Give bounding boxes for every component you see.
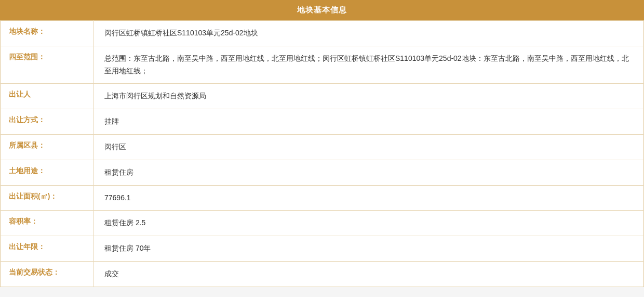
row-label: 出让人 <box>1 84 94 109</box>
table-row: 出让面积(㎡)：77696.1 <box>1 185 644 211</box>
table-row: 四至范围：总范围：东至古北路，南至吴中路，西至用地红线，北至用地红线；闵行区虹桥… <box>1 46 644 84</box>
row-label: 当前交易状态： <box>1 261 94 287</box>
row-value: 租赁住房 <box>94 160 644 185</box>
row-label: 土地用途： <box>1 160 94 185</box>
table-row: 出让方式：挂牌 <box>1 109 644 135</box>
table-header: 地块基本信息 <box>0 0 644 20</box>
table-row: 地块名称：闵行区虹桥镇虹桥社区S110103单元25d-02地块 <box>1 21 644 46</box>
row-label: 出让面积(㎡)： <box>1 185 94 211</box>
row-value: 闵行区 <box>94 134 644 160</box>
table-row: 所属区县：闵行区 <box>1 134 644 160</box>
row-value: 闵行区虹桥镇虹桥社区S110103单元25d-02地块 <box>94 21 644 46</box>
main-container: 地块基本信息 地块名称：闵行区虹桥镇虹桥社区S110103单元25d-02地块四… <box>0 0 644 287</box>
table-row: 出让年限：租赁住房 70年 <box>1 236 644 262</box>
row-value: 成交 <box>94 261 644 287</box>
row-label: 出让年限： <box>1 236 94 262</box>
row-label: 四至范围： <box>1 46 94 84</box>
header-title: 地块基本信息 <box>297 5 347 14</box>
row-label: 地块名称： <box>1 21 94 46</box>
info-table: 地块名称：闵行区虹桥镇虹桥社区S110103单元25d-02地块四至范围：总范围… <box>0 20 644 287</box>
table-row: 容积率：租赁住房 2.5 <box>1 211 644 236</box>
row-value: 租赁住房 70年 <box>94 236 644 262</box>
row-value: 挂牌 <box>94 109 644 135</box>
table-row: 当前交易状态：成交 <box>1 261 644 287</box>
row-value: 总范围：东至古北路，南至吴中路，西至用地红线，北至用地红线；闵行区虹桥镇虹桥社区… <box>94 46 644 84</box>
row-value: 77696.1 <box>94 185 644 211</box>
table-row: 出让人上海市闵行区规划和自然资源局 <box>1 84 644 109</box>
row-value: 租赁住房 2.5 <box>94 211 644 236</box>
row-value: 上海市闵行区规划和自然资源局 <box>94 84 644 109</box>
row-label: 出让方式： <box>1 109 94 135</box>
table-row: 土地用途：租赁住房 <box>1 160 644 185</box>
row-label: 所属区县： <box>1 134 94 160</box>
row-label: 容积率： <box>1 211 94 236</box>
